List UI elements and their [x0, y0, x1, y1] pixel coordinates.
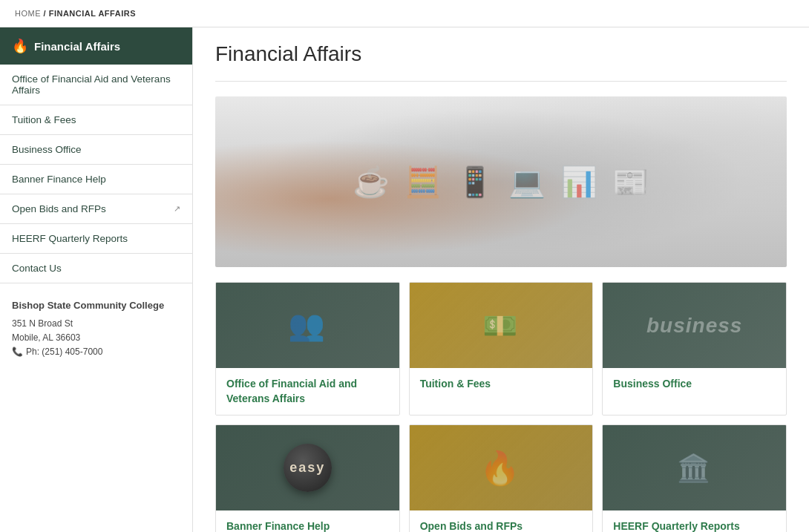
business-text: business [646, 314, 742, 338]
card-business-body: Business Office [603, 368, 786, 401]
card-financial-aid[interactable]: 👥 Office of Financial Aid and Veterans A… [215, 282, 400, 416]
sidebar-link-financial-aid[interactable]: Office of Financial Aid and Veterans Aff… [0, 65, 192, 105]
card-banner-title[interactable]: Banner Finance Help [226, 520, 330, 532]
sidebar-item-bids[interactable]: Open Bids and RFPs ↗ [0, 194, 192, 224]
card-financial-aid-body: Office of Financial Aid and Veterans Aff… [216, 368, 399, 415]
card-heerf-title[interactable]: HEERF Quarterly Reports [613, 520, 739, 532]
bids-flame-icon: 🔥 [479, 449, 522, 487]
card-tuition-title[interactable]: Tuition & Fees [420, 378, 491, 390]
money-icon: 💵 [482, 309, 519, 342]
sidebar-item-heerf[interactable]: HEERF Quarterly Reports [0, 224, 192, 254]
sidebar-header-label: Financial Affairs [34, 40, 120, 53]
sidebar-label-financial-aid: Office of Financial Aid and Veterans Aff… [12, 73, 180, 96]
sidebar-link-banner[interactable]: Banner Finance Help [0, 165, 192, 194]
sidebar-link-bids[interactable]: Open Bids and RFPs ↗ [0, 194, 192, 223]
card-bids-image: 🔥 [410, 425, 593, 510]
sidebar-label-bids: Open Bids and RFPs [12, 203, 106, 214]
sidebar-label-tuition: Tuition & Fees [12, 114, 76, 125]
address-line2: Mobile, AL 36603 [12, 331, 180, 345]
sidebar: 🔥 Financial Affairs Office of Financial … [0, 27, 193, 532]
breadcrumb: HOME / FINANCIAL AFFAIRS [0, 0, 809, 27]
card-business-bg: business [603, 283, 786, 368]
breadcrumb-separator: / [44, 9, 49, 18]
card-tuition-image: 💵 [410, 283, 593, 368]
sidebar-footer: Bishop State Community College 351 N Bro… [0, 283, 192, 374]
sidebar-label-heerf: HEERF Quarterly Reports [12, 233, 128, 244]
chart-icon: 📊 [560, 165, 597, 200]
cards-grid: 👥 Office of Financial Aid and Veterans A… [215, 282, 787, 532]
card-banner-image: easy [216, 425, 399, 510]
card-tuition-bg: 💵 [410, 283, 593, 368]
sidebar-link-contact[interactable]: Contact Us [0, 254, 192, 283]
sidebar-nav: Office of Financial Aid and Veterans Aff… [0, 65, 192, 283]
sidebar-item-banner[interactable]: Banner Finance Help [0, 165, 192, 194]
card-business-image: business [603, 283, 786, 368]
phone: 📞 Ph: (251) 405-7000 [12, 345, 180, 359]
card-financial-aid-title[interactable]: Office of Financial Aid and Veterans Aff… [226, 378, 357, 404]
card-banner[interactable]: easy Banner Finance Help [215, 424, 400, 532]
card-tuition-body: Tuition & Fees [410, 368, 593, 401]
card-tuition[interactable]: 💵 Tuition & Fees [409, 282, 594, 416]
breadcrumb-home[interactable]: HOME [15, 9, 41, 18]
card-business-title[interactable]: Business Office [613, 378, 692, 390]
newspaper-icon: 📰 [612, 165, 649, 200]
sidebar-label-business: Business Office [12, 144, 82, 155]
sidebar-label-banner: Banner Finance Help [12, 174, 106, 185]
people-icon: 👥 [288, 308, 327, 343]
sidebar-label-contact: Contact Us [12, 263, 62, 274]
coffee-icon: ☕ [353, 165, 390, 200]
breadcrumb-current: FINANCIAL AFFAIRS [49, 9, 136, 18]
card-heerf[interactable]: 🏛️ HEERF Quarterly Reports [602, 424, 787, 532]
easy-button: easy [284, 444, 332, 492]
card-bids-title[interactable]: Open Bids and RFPs [420, 520, 523, 532]
section-divider [215, 81, 787, 82]
page-layout: 🔥 Financial Affairs Office of Financial … [0, 27, 809, 532]
card-heerf-body: HEERF Quarterly Reports [603, 510, 786, 532]
card-business[interactable]: business Business Office [602, 282, 787, 416]
flame-icon: 🔥 [12, 38, 28, 54]
card-financial-aid-image: 👥 [216, 283, 399, 368]
hero-image-inner: ☕ 🧮 📱 💻 📊 📰 [215, 96, 787, 267]
sidebar-link-business[interactable]: Business Office [0, 135, 192, 164]
card-financial-aid-bg: 👥 [216, 283, 399, 368]
card-bids-body: Open Bids and RFPs [410, 510, 593, 532]
card-banner-bg: easy [216, 425, 399, 510]
sidebar-header: 🔥 Financial Affairs [0, 27, 192, 65]
sidebar-item-business[interactable]: Business Office [0, 135, 192, 165]
phone-mockup-icon: 📱 [456, 165, 494, 200]
capitol-icon: 🏛️ [677, 453, 712, 484]
main-content: Financial Affairs ☕ 🧮 📱 💻 📊 📰 [193, 27, 809, 532]
phone-icon: 📞 [12, 345, 23, 359]
external-link-icon: ↗ [174, 204, 180, 214]
sidebar-link-heerf[interactable]: HEERF Quarterly Reports [0, 224, 192, 253]
card-heerf-image: 🏛️ [603, 425, 786, 510]
org-name: Bishop State Community College [12, 298, 180, 314]
sidebar-item-tuition[interactable]: Tuition & Fees [0, 105, 192, 135]
sidebar-item-financial-aid[interactable]: Office of Financial Aid and Veterans Aff… [0, 65, 192, 105]
card-heerf-bg: 🏛️ [603, 425, 786, 510]
page-title: Financial Affairs [215, 42, 787, 66]
address-line1: 351 N Broad St [12, 317, 180, 331]
sidebar-item-contact[interactable]: Contact Us [0, 254, 192, 283]
card-bids[interactable]: 🔥 Open Bids and RFPs [409, 424, 594, 532]
phone-number: Ph: (251) 405-7000 [26, 345, 102, 359]
sidebar-link-tuition[interactable]: Tuition & Fees [0, 105, 192, 134]
hero-image: ☕ 🧮 📱 💻 📊 📰 [215, 96, 787, 267]
laptop-icon: 💻 [508, 165, 546, 200]
calculator-icon: 🧮 [404, 165, 442, 200]
card-banner-body: Banner Finance Help [216, 510, 399, 532]
card-bids-bg: 🔥 [410, 425, 593, 510]
